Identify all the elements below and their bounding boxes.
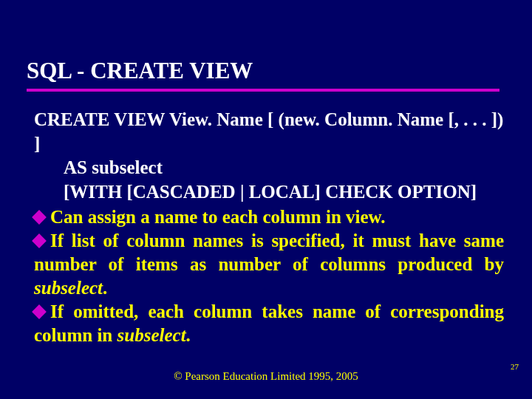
bullet-3-text-b: subselect <box>117 325 186 345</box>
bullet-3-text-a: If omitted, each column takes name of co… <box>34 301 504 345</box>
diamond-icon <box>32 210 47 225</box>
bullet-2-text-c: . <box>103 278 107 298</box>
page-number: 27 <box>511 362 519 371</box>
slide-title: SQL - CREATE VIEW <box>27 58 253 84</box>
bullet-2: If list of column names is specified, it… <box>34 229 504 300</box>
bullet-3-text-c: . <box>186 325 191 345</box>
bullet-3: If omitted, each column takes name of co… <box>34 300 504 347</box>
bullet-2-text-b: subselect <box>34 278 103 298</box>
syntax-line-1: CREATE VIEW View. Name [ (new. Column. N… <box>34 108 504 156</box>
bullet-1: Can assign a name to each column in view… <box>34 205 504 229</box>
syntax-line-2: AS subselect <box>64 156 504 180</box>
diamond-icon <box>32 304 47 319</box>
bullet-list: Can assign a name to each column in view… <box>34 205 504 347</box>
footer-copyright: © Pearson Education Limited 1995, 2005 <box>0 370 532 383</box>
bullet-1-text: Can assign a name to each column in view… <box>50 207 386 227</box>
slide: SQL - CREATE VIEW CREATE VIEW View. Name… <box>0 0 532 399</box>
bullet-2-text-a: If list of column names is specified, it… <box>34 231 504 274</box>
diamond-icon <box>32 233 47 248</box>
syntax-line-3: [WITH [CASCADED | LOCAL] CHECK OPTION] <box>64 180 504 205</box>
title-underline <box>27 89 499 92</box>
syntax-block: CREATE VIEW View. Name [ (new. Column. N… <box>34 108 504 204</box>
